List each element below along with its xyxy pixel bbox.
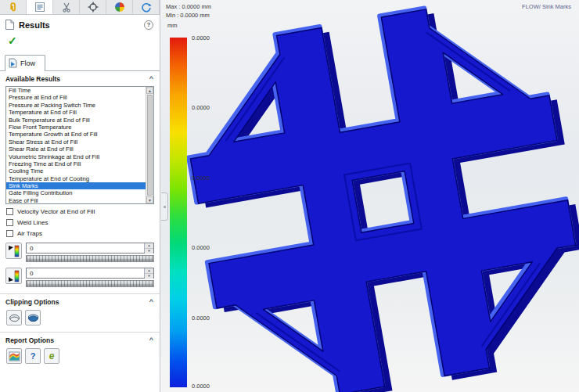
spin-up-icon[interactable]: ▲	[145, 268, 153, 274]
list-item[interactable]: Volumetric Shrinkage at End of Fill	[6, 153, 146, 160]
legend-tick: 0.0000	[192, 104, 210, 111]
tab-dimxpert-manager[interactable]	[80, 0, 106, 14]
scale-max-value[interactable]: 0	[27, 243, 144, 253]
report-options-label: Report Options	[5, 336, 54, 344]
edrawings-icon: e	[49, 351, 55, 361]
clipping-section-button[interactable]	[25, 310, 41, 325]
panel-collapse-handle[interactable]	[161, 192, 168, 221]
checkbox-row[interactable]: Weld Lines	[6, 219, 160, 226]
configuration-icon	[61, 2, 72, 13]
color-scale-max-button[interactable]	[5, 243, 22, 259]
checkbox[interactable]	[6, 208, 13, 215]
property-manager-icon	[34, 2, 45, 13]
list-item[interactable]: Shear Stress at End of Fill	[6, 138, 146, 146]
checkbox-label: Weld Lines	[17, 219, 48, 226]
checkbox-label: Velocity Vector at End of Fill	[17, 208, 95, 215]
list-item[interactable]: Freezing Time at End of Fill	[6, 160, 146, 167]
list-item[interactable]: Fill Time	[6, 87, 146, 94]
color-scale-min-icon	[8, 270, 20, 282]
graphics-viewport[interactable]: Max : 0.0000 mm Min : 0.0000 mm FLOW/ Si…	[160, 0, 579, 392]
checkbox-label: Air Traps	[17, 230, 42, 237]
list-item[interactable]: Bulk Temperature at End of Fill	[6, 117, 146, 124]
legend-tick: 0.0000	[192, 174, 210, 182]
plot-title: FLOW/ Sink Marks	[522, 3, 571, 10]
feature-tree-icon	[8, 2, 19, 13]
list-item[interactable]: Sink Marks	[6, 182, 146, 189]
spin-down-icon[interactable]: ▼	[145, 274, 153, 279]
scale-min-controls: 0 ▲ ▼	[26, 268, 154, 287]
list-item[interactable]: Gate Filling Contribution	[6, 189, 146, 196]
display-manager-icon	[114, 2, 125, 13]
list-item[interactable]: Pressure at End of Fill	[6, 94, 146, 101]
scale-max-controls: 0 ▲ ▼	[26, 243, 154, 262]
tab-property-manager[interactable]	[27, 0, 53, 14]
clipping-section-icon	[27, 312, 39, 324]
color-scale-max-icon	[8, 245, 20, 257]
clipping-options-label: Clipping Options	[5, 298, 59, 306]
solidworks-plastics-window: Results ? ✓ Flow Available Results ^ Fil…	[0, 0, 579, 392]
scroll-thumb[interactable]	[147, 95, 153, 196]
checkbox-row[interactable]: Air Traps	[6, 230, 160, 237]
scroll-down-icon[interactable]: ▼	[146, 196, 153, 203]
list-item[interactable]: Shear Rate at End of Fill	[6, 146, 146, 153]
report-iconbar: ? e	[0, 346, 160, 364]
list-item[interactable]: Pressure at Packing Switch Time	[6, 102, 146, 109]
list-item[interactable]: Cooling Time	[6, 167, 146, 174]
checkbox[interactable]	[6, 219, 13, 226]
tab-flow[interactable]: Flow	[5, 55, 45, 71]
color-scale-min-button[interactable]	[5, 268, 22, 284]
handle-dot	[164, 206, 166, 208]
available-results-header[interactable]: Available Results ^	[0, 71, 160, 85]
list-item[interactable]: Flow Front Temperature	[6, 124, 146, 131]
clipping-plane-icon	[9, 312, 20, 324]
scale-min-spinbox[interactable]: 0 ▲ ▼	[26, 268, 154, 279]
scroll-up-icon[interactable]: ▲	[146, 87, 153, 94]
maxmin-readout: Max : 0.0000 mm Min : 0.0000 mm	[166, 2, 211, 20]
scale-min-slider[interactable]	[26, 280, 154, 287]
report-options-header[interactable]: Report Options ^	[0, 333, 160, 346]
list-scrollbar[interactable]: ▲ ▼	[146, 87, 153, 203]
tab-display-manager[interactable]	[106, 0, 133, 14]
tab-configuration-manager[interactable]	[53, 0, 80, 14]
edrawings-button[interactable]: e	[44, 348, 59, 364]
checkbox[interactable]	[6, 230, 13, 237]
flow-tab-row: Flow	[0, 51, 160, 71]
clipping-iconbar	[0, 307, 160, 325]
available-results-listbox[interactable]: Fill TimePressure at End of FillPressure…	[5, 86, 154, 204]
available-results-label: Available Results	[5, 75, 60, 83]
report-help-button[interactable]: ?	[25, 348, 41, 364]
legend-tick: 0.0000	[192, 244, 210, 251]
ok-row: ✓	[0, 32, 160, 51]
list-item[interactable]: Ease of Fill	[6, 197, 146, 203]
spin-down-icon[interactable]: ▼	[145, 249, 153, 254]
list-item[interactable]: Temperature Growth at End of Fill	[6, 131, 146, 138]
chevron-up-icon[interactable]: ^	[149, 337, 153, 343]
document-icon	[5, 19, 15, 31]
min-value-label: Min : 0.0000 mm	[166, 11, 211, 20]
list-item[interactable]: Temperature at End of Fill	[6, 109, 146, 116]
question-icon: ?	[31, 351, 36, 361]
property-manager-panel: Results ? ✓ Flow Available Results ^ Fil…	[0, 0, 160, 392]
chevron-up-icon[interactable]: ^	[149, 299, 153, 305]
spin-up-icon[interactable]: ▲	[145, 243, 153, 249]
scale-max-slider[interactable]	[26, 255, 154, 262]
clipping-plane-button[interactable]	[6, 310, 22, 325]
tab-plastics-manager[interactable]	[133, 0, 160, 14]
chevron-up-icon[interactable]: ^	[149, 76, 153, 82]
report-image-button[interactable]	[6, 348, 22, 364]
crosshair-icon	[88, 2, 99, 13]
results-list: Fill TimePressure at End of FillPressure…	[6, 87, 146, 203]
report-image-icon	[9, 351, 20, 362]
clipping-options-header[interactable]: Clipping Options ^	[0, 294, 160, 307]
list-item[interactable]: Temperature at End of Cooling	[6, 175, 146, 182]
scale-min-value[interactable]: 0	[27, 268, 144, 278]
scale-max-spin-buttons: ▲ ▼	[144, 243, 153, 253]
panel-title: Results	[19, 20, 50, 30]
ok-check-icon[interactable]: ✓	[8, 34, 17, 47]
sink-marks-model[interactable]	[160, 0, 579, 392]
help-icon[interactable]: ?	[144, 20, 153, 30]
checkbox-row[interactable]: Velocity Vector at End of Fill	[6, 208, 160, 215]
scale-min-row: 0 ▲ ▼	[5, 268, 154, 287]
scale-max-spinbox[interactable]: 0 ▲ ▼	[26, 243, 154, 254]
tab-feature-manager[interactable]	[0, 0, 27, 14]
